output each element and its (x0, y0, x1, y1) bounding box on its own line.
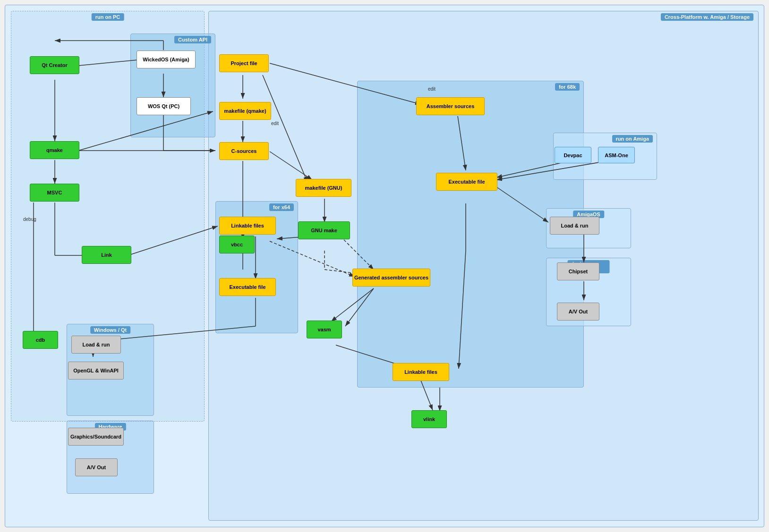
panel-custom-api: Custom API (130, 34, 215, 137)
qmake-label: qmake (46, 147, 63, 153)
qt-creator-box: Qt Creator (30, 56, 79, 74)
chipset-box: Chipset (557, 262, 599, 280)
linkable-files-x64-label: Linkable files (231, 223, 264, 228)
wos-qt-pc-box: WOS Qt (PC) (137, 97, 191, 115)
graphics-soundcard-label: Graphics/Soundcard (70, 434, 121, 439)
makefile-qmake-box: makefile (qmake) (219, 102, 271, 120)
debug-label: debug (23, 217, 36, 222)
vbcc-label: vbcc (231, 242, 243, 247)
vbcc-box: vbcc (219, 236, 255, 253)
run-on-pc-label: run on PC (92, 13, 124, 21)
executable-file-x64-label: Executable file (229, 284, 265, 290)
vlink-label: vlink (423, 416, 435, 422)
generated-asm-box: Generated assembler sources (352, 269, 430, 287)
vasm-label: vasm (317, 327, 331, 332)
gnu-make-label: GNU make (311, 228, 337, 233)
qmake-box: qmake (30, 141, 79, 159)
windows-qt-label: Windows / Qt (90, 326, 131, 334)
asm-one-label: ASM-One (605, 152, 628, 158)
opengl-winapi-label: OpenGL & WinAPI (73, 368, 119, 373)
chipset-label: Chipset (569, 269, 588, 274)
generated-asm-label: Generated assembler sources (354, 275, 428, 280)
av-out-amiga-label: A/V Out (569, 309, 588, 314)
wos-qt-pc-label: WOS Qt (PC) (148, 103, 179, 109)
link-box: Link (82, 246, 131, 264)
for-68k-label: for 68k (555, 83, 580, 91)
devpac-box: Devpac (555, 147, 591, 163)
qt-creator-label: Qt Creator (42, 62, 67, 68)
load-run-win-box: Load & run (71, 336, 121, 354)
linkable-files-68k-label: Linkable files (404, 369, 437, 375)
asm-one-box: ASM-One (598, 147, 635, 163)
makefile-gnu-label: makefile (GNU) (305, 185, 342, 191)
wicked-os-amiga-box: WickedOS (Amiga) (137, 51, 196, 68)
msvc-box: MSVC (30, 184, 79, 202)
opengl-winapi-box: OpenGL & WinAPI (68, 362, 124, 380)
c-sources-box: C-sources (219, 142, 269, 160)
vasm-box: vasm (307, 321, 342, 338)
graphics-soundcard-box: Graphics/Soundcard (68, 428, 124, 446)
load-run-amiga-box: Load & run (550, 217, 599, 235)
cdb-label: cdb (36, 337, 45, 343)
edit2-label: edit (428, 86, 436, 92)
av-out-hw-label: A/V Out (87, 464, 106, 470)
gnu-make-box: GNU make (298, 221, 350, 239)
link-label: Link (101, 252, 112, 258)
linkable-files-68k-box: Linkable files (393, 363, 449, 381)
linkable-files-x64-box: Linkable files (219, 217, 276, 235)
executable-file-68k-label: Executable file (448, 179, 485, 185)
project-file-label: Project file (231, 60, 257, 66)
cross-platform-label: Cross-Platform w. Amiga / Storage (661, 13, 753, 21)
executable-file-x64-box: Executable file (219, 278, 276, 296)
vlink-box: vlink (411, 410, 447, 428)
msvc-label: MSVC (47, 190, 62, 195)
project-file-box: Project file (219, 54, 269, 72)
av-out-amiga-box: A/V Out (557, 303, 599, 321)
cdb-box: cdb (23, 331, 58, 349)
av-out-hw-box: A/V Out (75, 458, 118, 476)
assembler-sources-label: Assembler sources (427, 103, 475, 109)
devpac-label: Devpac (564, 152, 582, 158)
load-run-win-label: Load & run (82, 342, 110, 347)
load-run-amiga-label: Load & run (561, 223, 588, 228)
makefile-gnu-box: makefile (GNU) (296, 179, 351, 197)
edit1-label: edit (271, 121, 279, 126)
wicked-os-amiga-label: WickedOS (Amiga) (143, 57, 189, 62)
c-sources-label: C-sources (231, 148, 257, 154)
custom-api-label: Custom API (174, 36, 211, 43)
makefile-qmake-label: makefile (qmake) (224, 108, 266, 114)
assembler-sources-box: Assembler sources (416, 97, 485, 115)
executable-file-68k-box: Executable file (436, 173, 497, 191)
for-x64-label: for x64 (269, 203, 294, 211)
run-on-amiga-label: run on Amiga (612, 135, 653, 143)
main-container: run on PC Cross-Platform w. Amiga / Stor… (5, 5, 764, 527)
